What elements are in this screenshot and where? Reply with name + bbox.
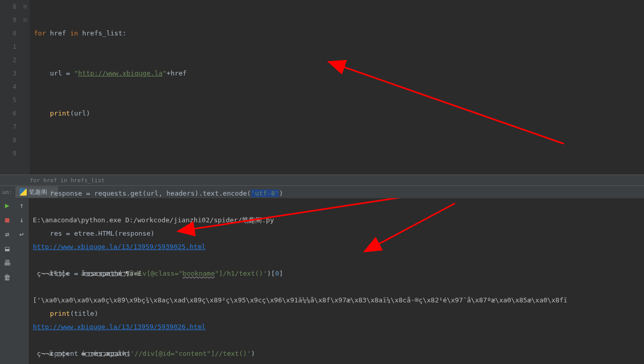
line-number: 1 bbox=[0, 40, 16, 53]
navigation-controls: ↑ ↓ ↩ bbox=[14, 198, 29, 364]
line-number: 5 bbox=[0, 93, 16, 107]
run-controls: ▶ ■ ⇄ ⬓ 🖶 🗑 bbox=[0, 198, 14, 364]
line-number: 6 bbox=[0, 107, 16, 120]
up-button[interactable]: ↑ bbox=[16, 200, 27, 210]
python-icon bbox=[20, 188, 27, 196]
line-number: 9 bbox=[0, 147, 16, 160]
keyword-for: for bbox=[34, 29, 46, 37]
run-label: un: bbox=[0, 189, 15, 196]
fold-icon[interactable]: ⊟ bbox=[21, 0, 30, 13]
line-number: 0 bbox=[0, 27, 16, 40]
code-text: url = bbox=[34, 69, 74, 77]
code-text: (url) bbox=[70, 109, 90, 117]
code-text bbox=[34, 109, 50, 117]
line-number: 9 bbox=[0, 13, 16, 27]
console-line: E:\anaconda\python.exe D:/workcode/jianz… bbox=[33, 214, 640, 227]
console-line: ç¬¬äº□ç« å□□æ□□æ□□æ□¶ä»£ bbox=[33, 267, 640, 280]
code-content[interactable]: for href in hrefs_list: url = "http://ww… bbox=[30, 0, 644, 175]
wrap-button[interactable]: ↩ bbox=[16, 229, 27, 239]
code-text: +href bbox=[166, 69, 186, 77]
console-panel: ▶ ■ ⇄ ⬓ 🖶 🗑 ↑ ↓ ↩ E:\anaconda\python.exe… bbox=[0, 198, 644, 364]
line-number: 4 bbox=[0, 80, 16, 93]
line-number: 2 bbox=[0, 53, 16, 67]
line-number: 3 bbox=[0, 67, 16, 80]
function-call: print bbox=[50, 109, 70, 117]
print-button[interactable]: 🖶 bbox=[2, 258, 12, 268]
code-text: href bbox=[46, 29, 70, 37]
line-gutter: 8 9 0 1 2 3 4 5 6 7 8 9 bbox=[0, 0, 21, 175]
fold-icon[interactable]: ⊟ bbox=[21, 13, 30, 27]
output-link[interactable]: http://www.xbiquge.la/13/13959/5939026.h… bbox=[33, 323, 206, 331]
trash-button[interactable]: 🗑 bbox=[2, 272, 12, 282]
layout-button[interactable]: ⇄ bbox=[2, 229, 12, 239]
line-number: 7 bbox=[0, 120, 16, 133]
code-text: ) bbox=[279, 189, 283, 197]
keyword-in: in bbox=[70, 29, 78, 37]
line-number: 8 bbox=[0, 133, 16, 147]
code-text: hrefs_list: bbox=[78, 29, 126, 37]
code-editor: 8 9 0 1 2 3 4 5 6 7 8 9 ⊟ ⊟ for href in … bbox=[0, 0, 644, 175]
string-literal: 'utf-8' bbox=[251, 189, 279, 197]
console-line: ['\xa0\xa0\xa0\xa0ç\x89\x9bç¾\x8aç\xad\x… bbox=[33, 294, 640, 307]
output-link[interactable]: http://www.xbiquge.la/13/13959/5939025.h… bbox=[33, 243, 206, 251]
console-line: ç¬¬ä¸□ç« é□□é□□æ□□ä»□ bbox=[33, 347, 640, 360]
down-button[interactable]: ↓ bbox=[16, 215, 27, 225]
fold-gutter: ⊟ ⊟ bbox=[21, 0, 30, 175]
line-number: 8 bbox=[0, 0, 16, 13]
url-string: http://www.xbiquge.la bbox=[78, 69, 162, 77]
stop-button[interactable]: ■ bbox=[2, 215, 12, 225]
code-text: response = requests.get(url, headers).te… bbox=[34, 189, 251, 197]
scroll-button[interactable]: ⬓ bbox=[2, 243, 12, 254]
rerun-button[interactable]: ▶ bbox=[2, 200, 12, 210]
console-output[interactable]: E:\anaconda\python.exe D:/workcode/jianz… bbox=[29, 198, 644, 364]
string-quote: " bbox=[74, 69, 78, 77]
